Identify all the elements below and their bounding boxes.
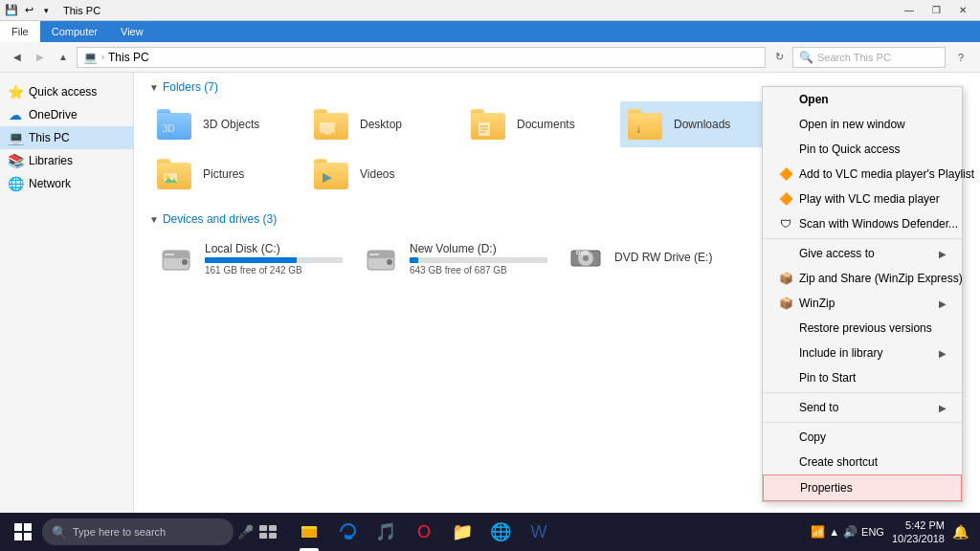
folder-item-videos[interactable]: Videos xyxy=(306,151,459,197)
winzip-arrow: ▶ xyxy=(939,298,947,309)
notifications-icon[interactable]: 🔔 xyxy=(952,524,969,540)
ctx-winzip[interactable]: 📦 WinZip ▶ xyxy=(763,291,962,316)
forward-button[interactable]: ▶ xyxy=(31,48,50,67)
open-new-window-icon xyxy=(778,117,793,132)
path-pc-icon: 💻 xyxy=(83,51,98,64)
ctx-properties[interactable]: Properties xyxy=(763,474,962,501)
chevron-up-icon[interactable]: ▲ xyxy=(829,526,839,538)
svg-rect-1 xyxy=(320,122,335,133)
ctx-vlc-play[interactable]: 🔶 Play with VLC media player xyxy=(763,187,962,211)
minimize-button[interactable]: — xyxy=(896,0,923,21)
undo-icon[interactable]: ↩ xyxy=(21,3,36,18)
clock-date: 10/23/2018 xyxy=(892,532,945,545)
sidebar-item-quick-access[interactable]: ⭐ Quick access xyxy=(0,80,133,103)
speaker-icon[interactable]: 🔊 xyxy=(843,525,858,539)
address-path[interactable]: 💻 › This PC xyxy=(77,47,766,68)
restore-button[interactable]: ❐ xyxy=(923,0,949,21)
folder-item-3d-objects[interactable]: 3D 3D Objects xyxy=(149,101,302,147)
clock[interactable]: 5:42 PM 10/23/2018 xyxy=(892,518,945,546)
up-button[interactable]: ▲ xyxy=(54,48,73,67)
sidebar-item-libraries[interactable]: 📚 Libraries xyxy=(0,149,133,172)
start-button[interactable] xyxy=(4,513,42,551)
device-item-e[interactable]: DVD DVD RW Drive (E:) xyxy=(559,233,760,283)
device-item-c[interactable]: Local Disk (C:) 161 GB free of 242 GB xyxy=(149,233,350,283)
sidebar-item-network[interactable]: 🌐 Network xyxy=(0,172,133,195)
ctx-create-shortcut[interactable]: Create shortcut xyxy=(763,450,962,474)
ribbon-tabs: File Computer View xyxy=(0,21,980,42)
mic-icon[interactable]: 🎤 xyxy=(237,524,253,540)
ctx-copy[interactable]: Copy xyxy=(763,425,962,450)
ctx-send-to[interactable]: Send to ▶ xyxy=(763,395,962,420)
ctx-include-library[interactable]: Include in library ▶ xyxy=(763,341,962,365)
folder-item-documents[interactable]: Documents xyxy=(463,101,616,147)
taskbar: 🔍 Type here to search 🎤 🎵 O 📁 🌐 W xyxy=(0,513,980,551)
taskbar-search[interactable]: 🔍 Type here to search xyxy=(42,518,234,545)
vlc-playlist-icon: 🔶 xyxy=(778,166,793,182)
folders-collapse-arrow[interactable]: ▼ xyxy=(149,82,159,93)
taskbar-app-vlc[interactable]: 🎵 xyxy=(368,513,404,551)
device-d-fill xyxy=(410,257,418,263)
ctx-pin-start[interactable]: Pin to Start xyxy=(763,365,962,390)
dvd-drive-icon: DVD xyxy=(567,239,605,277)
give-access-icon xyxy=(778,246,793,261)
folder-item-downloads[interactable]: ↓ Downloads xyxy=(620,101,773,147)
ctx-pin-label: Pin to Quick access xyxy=(799,143,900,156)
folder-item-pictures[interactable]: Pictures xyxy=(149,151,302,197)
sidebar-item-this-pc[interactable]: 💻 This PC xyxy=(0,126,133,149)
taskbar-app-edge[interactable] xyxy=(329,513,366,551)
svg-rect-33 xyxy=(301,529,317,538)
ctx-restore-versions[interactable]: Restore previous versions xyxy=(763,316,962,341)
taskbar-app-opera[interactable]: O xyxy=(406,513,442,551)
svg-rect-28 xyxy=(259,525,267,531)
tray-icons: 📶 ▲ 🔊 ENG xyxy=(811,525,884,539)
device-c-fill xyxy=(205,257,297,263)
device-item-d[interactable]: New Volume (D:) 643 GB free of 687 GB xyxy=(354,233,555,283)
ctx-open-new-window-label: Open in new window xyxy=(799,118,905,131)
device-d-space: 643 GB free of 687 GB xyxy=(410,265,547,276)
svg-rect-29 xyxy=(269,525,277,531)
task-view-button[interactable] xyxy=(253,513,283,551)
tab-file[interactable]: File xyxy=(0,21,40,42)
folder-item-desktop[interactable]: Desktop xyxy=(306,101,459,147)
sidebar-item-network-label: Network xyxy=(29,177,71,190)
svg-point-22 xyxy=(583,255,589,261)
ctx-vlc-playlist[interactable]: 🔶 Add to VLC media player's Playlist xyxy=(763,162,962,187)
folder-icon-desktop xyxy=(314,109,352,140)
close-button[interactable]: ✕ xyxy=(949,0,976,21)
help-button[interactable]: ? xyxy=(949,47,972,68)
language-label[interactable]: ENG xyxy=(861,526,884,538)
tab-view[interactable]: View xyxy=(109,21,155,42)
ctx-vlc-play-label: Play with VLC media player xyxy=(799,192,940,206)
tab-computer[interactable]: Computer xyxy=(40,21,109,42)
hard-drive-d-icon xyxy=(362,239,400,277)
ctx-defender[interactable]: 🛡 Scan with Windows Defender... xyxy=(763,211,962,236)
chevron-down-icon[interactable]: ▾ xyxy=(38,3,54,18)
folder-icon-downloads: ↓ xyxy=(628,109,666,140)
ctx-send-to-label: Send to xyxy=(799,401,838,414)
taskbar-app-explorer[interactable] xyxy=(291,513,327,551)
save-icon[interactable]: 💾 xyxy=(4,3,19,18)
svg-text:3D: 3D xyxy=(163,123,175,134)
ctx-open[interactable]: Open xyxy=(763,87,962,112)
vlc-play-icon: 🔶 xyxy=(778,191,793,207)
sidebar-item-onedrive[interactable]: ☁ OneDrive xyxy=(0,103,133,126)
taskbar-app-word[interactable]: W xyxy=(521,513,557,551)
address-bar: ◀ ▶ ▲ 💻 › This PC ↻ 🔍 Search This PC ? xyxy=(0,42,980,73)
refresh-button[interactable]: ↻ xyxy=(769,48,789,67)
ctx-give-access[interactable]: Give access to ▶ xyxy=(763,241,962,266)
devices-collapse-arrow[interactable]: ▼ xyxy=(149,214,159,225)
ctx-winzip-express[interactable]: 📦 Zip and Share (WinZip Express) xyxy=(763,266,962,291)
pin-icon xyxy=(778,142,793,157)
send-to-icon xyxy=(778,400,793,415)
network-tray-icon[interactable]: 📶 xyxy=(811,525,825,539)
taskbar-app-files[interactable]: 📁 xyxy=(444,513,480,551)
context-menu: Open Open in new window Pin to Quick acc… xyxy=(762,86,963,502)
ctx-open-new-window[interactable]: Open in new window xyxy=(763,112,962,137)
taskbar-app-chrome[interactable]: 🌐 xyxy=(482,513,519,551)
search-bar[interactable]: 🔍 Search This PC xyxy=(792,47,946,68)
device-d-info: New Volume (D:) 643 GB free of 687 GB xyxy=(410,242,547,276)
back-button[interactable]: ◀ xyxy=(8,48,27,67)
taskbar-right: 📶 ▲ 🔊 ENG 5:42 PM 10/23/2018 🔔 xyxy=(811,518,976,546)
svg-text:↓: ↓ xyxy=(635,122,641,136)
ctx-pin-quick-access[interactable]: Pin to Quick access xyxy=(763,137,962,162)
